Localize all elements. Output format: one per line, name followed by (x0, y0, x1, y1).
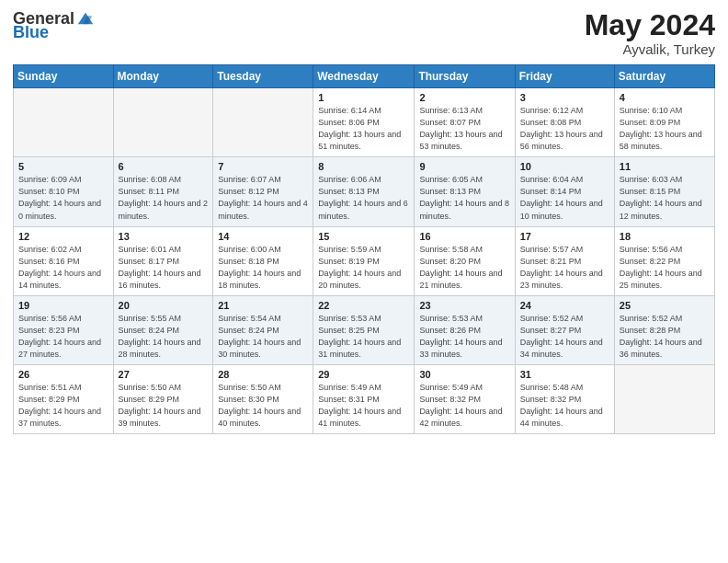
day-info: Sunrise: 5:50 AM Sunset: 8:30 PM Dayligh… (218, 382, 308, 430)
calendar-week-row: 26Sunrise: 5:51 AM Sunset: 8:29 PM Dayli… (14, 364, 715, 433)
day-number: 30 (419, 369, 509, 380)
weekday-header: Monday (113, 65, 213, 88)
day-number: 28 (218, 369, 308, 380)
calendar-cell: 25Sunrise: 5:52 AM Sunset: 8:28 PM Dayli… (614, 295, 714, 364)
calendar-cell: 18Sunrise: 5:56 AM Sunset: 8:22 PM Dayli… (614, 226, 714, 295)
day-info: Sunrise: 6:14 AM Sunset: 8:06 PM Dayligh… (318, 105, 409, 153)
day-info: Sunrise: 5:57 AM Sunset: 8:21 PM Dayligh… (520, 244, 609, 292)
calendar-cell: 3Sunrise: 6:12 AM Sunset: 8:08 PM Daylig… (515, 88, 614, 157)
day-number: 14 (218, 231, 308, 242)
calendar-cell: 28Sunrise: 5:50 AM Sunset: 8:30 PM Dayli… (213, 364, 313, 433)
calendar-cell (14, 88, 114, 157)
calendar-cell: 7Sunrise: 6:07 AM Sunset: 8:12 PM Daylig… (213, 157, 313, 226)
calendar-cell: 17Sunrise: 5:57 AM Sunset: 8:21 PM Dayli… (515, 226, 614, 295)
day-info: Sunrise: 5:58 AM Sunset: 8:20 PM Dayligh… (419, 244, 509, 292)
day-number: 7 (218, 161, 308, 172)
day-info: Sunrise: 6:00 AM Sunset: 8:18 PM Dayligh… (218, 244, 308, 292)
title-month: May 2024 (585, 9, 715, 41)
day-number: 12 (18, 231, 108, 242)
day-number: 15 (318, 231, 409, 242)
day-number: 17 (520, 231, 609, 242)
logo: General Blue (13, 9, 95, 40)
calendar-cell: 16Sunrise: 5:58 AM Sunset: 8:20 PM Dayli… (415, 226, 515, 295)
calendar-cell: 6Sunrise: 6:08 AM Sunset: 8:11 PM Daylig… (113, 157, 213, 226)
calendar-cell: 14Sunrise: 6:00 AM Sunset: 8:18 PM Dayli… (213, 226, 313, 295)
weekday-header: Tuesday (213, 65, 313, 88)
calendar-cell: 8Sunrise: 6:06 AM Sunset: 8:13 PM Daylig… (313, 157, 415, 226)
calendar-cell: 13Sunrise: 6:01 AM Sunset: 8:17 PM Dayli… (113, 226, 213, 295)
day-number: 29 (318, 369, 409, 380)
calendar-cell: 1Sunrise: 6:14 AM Sunset: 8:06 PM Daylig… (313, 88, 415, 157)
calendar-week-row: 19Sunrise: 5:56 AM Sunset: 8:23 PM Dayli… (14, 295, 715, 364)
calendar-cell (113, 88, 213, 157)
calendar-cell: 20Sunrise: 5:55 AM Sunset: 8:24 PM Dayli… (113, 295, 213, 364)
logo-blue: Blue (13, 24, 49, 40)
day-info: Sunrise: 6:13 AM Sunset: 8:07 PM Dayligh… (419, 105, 509, 153)
day-info: Sunrise: 5:48 AM Sunset: 8:32 PM Dayligh… (520, 382, 609, 430)
calendar-cell: 15Sunrise: 5:59 AM Sunset: 8:19 PM Dayli… (313, 226, 415, 295)
calendar-cell: 26Sunrise: 5:51 AM Sunset: 8:29 PM Dayli… (14, 364, 114, 433)
day-number: 5 (18, 161, 108, 172)
calendar-cell: 11Sunrise: 6:03 AM Sunset: 8:15 PM Dayli… (614, 157, 714, 226)
day-number: 19 (18, 300, 108, 311)
day-number: 18 (620, 231, 710, 242)
calendar-cell: 23Sunrise: 5:53 AM Sunset: 8:26 PM Dayli… (415, 295, 515, 364)
day-number: 6 (119, 161, 209, 172)
calendar-cell: 19Sunrise: 5:56 AM Sunset: 8:23 PM Dayli… (14, 295, 114, 364)
calendar-cell: 30Sunrise: 5:49 AM Sunset: 8:32 PM Dayli… (415, 364, 515, 433)
calendar-cell (614, 364, 714, 433)
calendar-cell: 2Sunrise: 6:13 AM Sunset: 8:07 PM Daylig… (415, 88, 515, 157)
day-info: Sunrise: 5:56 AM Sunset: 8:22 PM Dayligh… (620, 244, 710, 292)
title-block: May 2024 Ayvalik, Turkey (585, 9, 715, 57)
day-info: Sunrise: 5:53 AM Sunset: 8:26 PM Dayligh… (419, 313, 509, 361)
day-number: 16 (419, 231, 509, 242)
day-info: Sunrise: 5:53 AM Sunset: 8:25 PM Dayligh… (318, 313, 409, 361)
calendar-cell: 21Sunrise: 5:54 AM Sunset: 8:24 PM Dayli… (213, 295, 313, 364)
day-info: Sunrise: 5:49 AM Sunset: 8:31 PM Dayligh… (318, 382, 409, 430)
day-info: Sunrise: 5:49 AM Sunset: 8:32 PM Dayligh… (419, 382, 509, 430)
day-number: 27 (119, 369, 209, 380)
calendar-cell: 27Sunrise: 5:50 AM Sunset: 8:29 PM Dayli… (113, 364, 213, 433)
day-number: 21 (218, 300, 308, 311)
day-info: Sunrise: 6:02 AM Sunset: 8:16 PM Dayligh… (18, 244, 108, 292)
day-number: 31 (520, 369, 609, 380)
day-info: Sunrise: 5:52 AM Sunset: 8:27 PM Dayligh… (520, 313, 609, 361)
calendar-cell: 4Sunrise: 6:10 AM Sunset: 8:09 PM Daylig… (614, 88, 714, 157)
calendar-cell: 24Sunrise: 5:52 AM Sunset: 8:27 PM Dayli… (515, 295, 614, 364)
day-number: 26 (18, 369, 108, 380)
day-number: 25 (620, 300, 710, 311)
day-info: Sunrise: 6:03 AM Sunset: 8:15 PM Dayligh… (620, 174, 710, 222)
day-number: 10 (520, 161, 609, 172)
day-number: 8 (318, 161, 409, 172)
calendar-cell: 22Sunrise: 5:53 AM Sunset: 8:25 PM Dayli… (313, 295, 415, 364)
calendar-cell: 10Sunrise: 6:04 AM Sunset: 8:14 PM Dayli… (515, 157, 614, 226)
day-info: Sunrise: 6:06 AM Sunset: 8:13 PM Dayligh… (318, 174, 409, 222)
day-info: Sunrise: 6:09 AM Sunset: 8:10 PM Dayligh… (18, 174, 108, 222)
day-number: 3 (520, 92, 609, 103)
logo-icon (76, 9, 95, 28)
day-info: Sunrise: 5:50 AM Sunset: 8:29 PM Dayligh… (119, 382, 209, 430)
day-number: 23 (419, 300, 509, 311)
title-location: Ayvalik, Turkey (585, 41, 715, 57)
day-number: 11 (620, 161, 710, 172)
day-number: 20 (119, 300, 209, 311)
calendar-week-row: 5Sunrise: 6:09 AM Sunset: 8:10 PM Daylig… (14, 157, 715, 226)
weekday-header: Thursday (415, 65, 515, 88)
calendar-cell: 12Sunrise: 6:02 AM Sunset: 8:16 PM Dayli… (14, 226, 114, 295)
weekday-header: Friday (515, 65, 614, 88)
day-info: Sunrise: 6:04 AM Sunset: 8:14 PM Dayligh… (520, 174, 609, 222)
day-info: Sunrise: 6:08 AM Sunset: 8:11 PM Dayligh… (119, 174, 209, 222)
day-number: 9 (419, 161, 509, 172)
day-number: 22 (318, 300, 409, 311)
calendar-week-row: 12Sunrise: 6:02 AM Sunset: 8:16 PM Dayli… (14, 226, 715, 295)
calendar-cell: 9Sunrise: 6:05 AM Sunset: 8:13 PM Daylig… (415, 157, 515, 226)
day-info: Sunrise: 5:55 AM Sunset: 8:24 PM Dayligh… (119, 313, 209, 361)
calendar-cell: 5Sunrise: 6:09 AM Sunset: 8:10 PM Daylig… (14, 157, 114, 226)
day-info: Sunrise: 5:56 AM Sunset: 8:23 PM Dayligh… (18, 313, 108, 361)
day-info: Sunrise: 6:10 AM Sunset: 8:09 PM Dayligh… (620, 105, 710, 153)
page: General Blue May 2024 Ayvalik, Turkey Su… (0, 0, 728, 563)
calendar-cell: 29Sunrise: 5:49 AM Sunset: 8:31 PM Dayli… (313, 364, 415, 433)
day-number: 2 (419, 92, 509, 103)
header: General Blue May 2024 Ayvalik, Turkey (13, 9, 715, 57)
weekday-header: Saturday (614, 65, 714, 88)
